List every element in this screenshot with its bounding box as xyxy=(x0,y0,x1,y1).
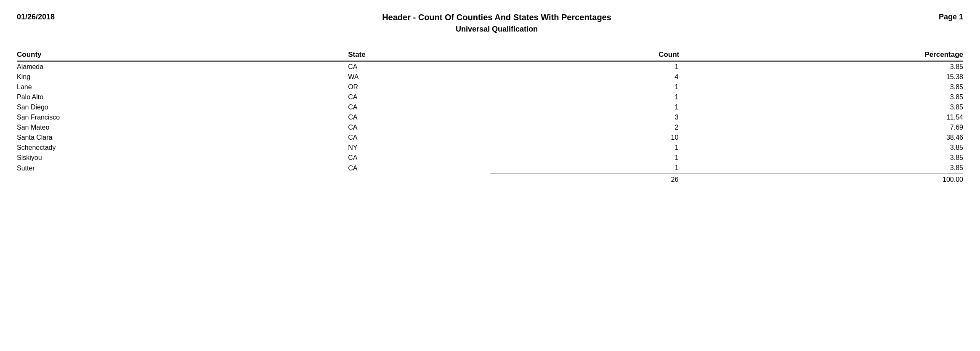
cell-county: Palo Alto xyxy=(17,92,348,102)
cell-county: Alameda xyxy=(17,61,348,72)
cell-state: CA xyxy=(348,102,490,112)
col-header-count: Count xyxy=(490,51,679,61)
cell-county: King xyxy=(17,72,348,82)
cell-count: 1 xyxy=(490,143,679,153)
cell-county: San Francisco xyxy=(17,112,348,122)
table-row: KingWA415.38 xyxy=(17,72,963,82)
cell-state: CA xyxy=(348,122,490,133)
report-table: County State Count Percentage AlamedaCA1… xyxy=(17,51,963,185)
totals-row: 26 100.00 xyxy=(17,174,963,186)
cell-percentage: 15.38 xyxy=(679,72,963,82)
cell-count: 1 xyxy=(490,102,679,112)
report-page: Page 1 xyxy=(939,13,963,21)
cell-count: 1 xyxy=(490,92,679,102)
table-row: SutterCA13.85 xyxy=(17,163,963,174)
table-row: AlamedaCA13.85 xyxy=(17,61,963,72)
cell-count: 2 xyxy=(490,122,679,133)
cell-state: CA xyxy=(348,153,490,163)
table-row: SchenectadyNY13.85 xyxy=(17,143,963,153)
cell-state: OR xyxy=(348,82,490,92)
cell-count: 1 xyxy=(490,61,679,72)
report-date: 01/26/2018 xyxy=(17,13,55,21)
cell-percentage: 3.85 xyxy=(679,143,963,153)
cell-percentage: 11.54 xyxy=(679,112,963,122)
cell-count: 4 xyxy=(490,72,679,82)
cell-county: Santa Clara xyxy=(17,133,348,143)
totals-count: 26 xyxy=(490,174,679,186)
cell-percentage: 3.85 xyxy=(679,102,963,112)
report-title-sub: Universal Qualification xyxy=(55,25,939,34)
cell-state: CA xyxy=(348,133,490,143)
cell-state: NY xyxy=(348,143,490,153)
cell-county: San Diego xyxy=(17,102,348,112)
cell-county: Lane xyxy=(17,82,348,92)
cell-percentage: 38.46 xyxy=(679,133,963,143)
cell-state: WA xyxy=(348,72,490,82)
cell-count: 10 xyxy=(490,133,679,143)
cell-county: San Mateo xyxy=(17,122,348,133)
table-header-row: County State Count Percentage xyxy=(17,51,963,61)
cell-state: CA xyxy=(348,92,490,102)
table-row: LaneOR13.85 xyxy=(17,82,963,92)
cell-county: Siskiyou xyxy=(17,153,348,163)
cell-county: Schenectady xyxy=(17,143,348,153)
cell-percentage: 7.69 xyxy=(679,122,963,133)
cell-percentage: 3.85 xyxy=(679,61,963,72)
table-row: Palo AltoCA13.85 xyxy=(17,92,963,102)
table-row: SiskiyouCA13.85 xyxy=(17,153,963,163)
cell-state: CA xyxy=(348,61,490,72)
totals-label-empty-1 xyxy=(17,174,348,186)
cell-percentage: 3.85 xyxy=(679,82,963,92)
report-header: 01/26/2018 Header - Count Of Counties An… xyxy=(17,13,963,34)
cell-count: 1 xyxy=(490,163,679,174)
report-title-main: Header - Count Of Counties And States Wi… xyxy=(55,13,939,22)
col-header-percentage: Percentage xyxy=(679,51,963,61)
table-row: San FranciscoCA311.54 xyxy=(17,112,963,122)
table-row: San DiegoCA13.85 xyxy=(17,102,963,112)
cell-state: CA xyxy=(348,163,490,174)
cell-percentage: 3.85 xyxy=(679,163,963,174)
col-header-state: State xyxy=(348,51,490,61)
cell-state: CA xyxy=(348,112,490,122)
cell-percentage: 3.85 xyxy=(679,153,963,163)
cell-count: 1 xyxy=(490,82,679,92)
table-row: San MateoCA27.69 xyxy=(17,122,963,133)
cell-count: 3 xyxy=(490,112,679,122)
cell-count: 1 xyxy=(490,153,679,163)
cell-percentage: 3.85 xyxy=(679,92,963,102)
cell-county: Sutter xyxy=(17,163,348,174)
table-row: Santa ClaraCA1038.46 xyxy=(17,133,963,143)
col-header-county: County xyxy=(17,51,348,61)
report-title: Header - Count Of Counties And States Wi… xyxy=(55,13,939,34)
totals-label-empty-2 xyxy=(348,174,490,186)
totals-percentage: 100.00 xyxy=(679,174,963,186)
